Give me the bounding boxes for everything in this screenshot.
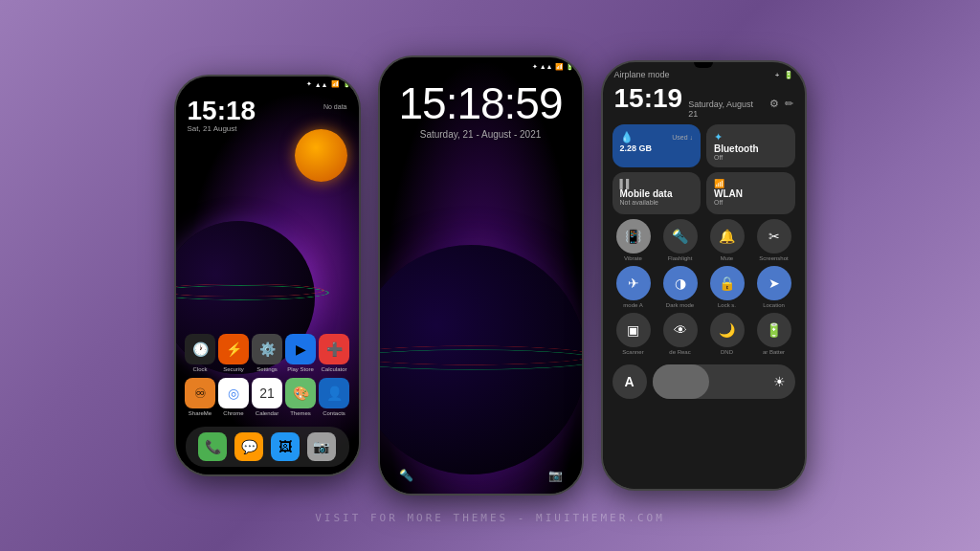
app-security[interactable]: ⚡ Security <box>217 334 251 372</box>
app-clock[interactable]: 🕐 Clock <box>184 334 217 372</box>
flashlight-btn[interactable]: 🔦 Flashlight <box>659 219 702 261</box>
screenshot-icon: ✂ <box>768 229 780 244</box>
status-bar-phone2: ✦ ▲▲ 📶 🔋 <box>532 63 574 71</box>
mobile-data-label: Mobile data <box>620 188 694 199</box>
dnd-label: DND <box>721 349 733 355</box>
scanner-icon: ▣ <box>627 322 639 338</box>
vibrate-btn[interactable]: 📳 Vibrate <box>612 219 655 261</box>
data-drop-icon: 💧 <box>620 131 634 143</box>
battery-icon-p3: 🔋 <box>784 71 793 79</box>
lock-label: Lock s. <box>718 302 736 308</box>
bluetooth-tile-icon: ✦ <box>714 131 723 143</box>
phone3-bottom-bar: A ☀ <box>603 360 805 404</box>
orange-orb <box>295 129 347 182</box>
bluetooth-tile[interactable]: ✦ Bluetooth Off <box>706 124 795 167</box>
controls-grid: 📳 Vibrate 🔦 Flashlight 🔔 Mute ✂ Screensh… <box>603 219 805 355</box>
battery-ctrl-icon: 🔋 <box>766 322 782 338</box>
wlan-tile-label: WLAN <box>714 188 788 199</box>
phone1-clock: 15:18 <box>188 98 256 124</box>
edit-icon-p3[interactable]: ✏ <box>785 98 793 110</box>
wifi-icon-p2: 📶 <box>555 63 564 71</box>
dnd-btn[interactable]: 🌙 DND <box>706 313 748 355</box>
readable-btn[interactable]: 👁 de Reac <box>659 313 702 355</box>
planet2-ring-red <box>380 345 582 364</box>
mobile-bars-icon: ▌▌ <box>620 179 633 188</box>
app-calculator[interactable]: ➕ Calculator <box>318 334 351 372</box>
notch-phone3 <box>694 62 713 68</box>
bluetooth-tile-sub: Off <box>714 154 788 161</box>
phone1-time-display: 15:18 Sat, 21 August <box>188 98 256 133</box>
wifi-icon: 📶 <box>331 80 340 88</box>
app-row-2: ♾ ShareMe ◎ Chrome 21 Calendar 🎨 Themes <box>184 378 351 416</box>
data-usage-tile[interactable]: 💧 Used ↓ 2.28 GB <box>612 124 702 167</box>
airplane-mode-label: Airplane mode <box>614 70 670 79</box>
app-grid: 🕐 Clock ⚡ Security ⚙️ Settings ▶ Play St… <box>184 334 351 422</box>
darkmode-btn[interactable]: ◑ Dark mode <box>659 266 702 308</box>
battery-btn[interactable]: 🔋 ar Batter <box>753 313 795 355</box>
wifi-tile-icon: 📶 <box>714 179 724 188</box>
home-screen: ✦ ▲▲ 📶 🔋 15:18 Sat, 21 August No data <box>176 77 359 474</box>
darkmode-icon: ◑ <box>675 276 686 291</box>
wlan-tile-sub: Off <box>714 199 788 206</box>
bluetooth-icon: ✦ <box>306 80 312 88</box>
app-calendar[interactable]: 21 Calendar <box>251 378 284 416</box>
screenshot-btn[interactable]: ✂ Screenshot <box>753 219 795 261</box>
battery-label: ar Batter <box>763 349 785 355</box>
brightness-slider[interactable]: ☀ <box>653 364 795 399</box>
location-label: Location <box>763 302 785 308</box>
lock-date: Saturday, 21 - August - 2021 <box>380 129 582 140</box>
plus-icon: + <box>775 71 780 79</box>
scanner-btn[interactable]: ▣ Scanner <box>612 313 655 355</box>
notch-phone2 <box>471 57 490 63</box>
app-contacts[interactable]: 👤 Contacts <box>318 378 351 416</box>
mute-label: Mute <box>721 255 733 261</box>
flashlight-icon[interactable]: 🔦 <box>399 469 413 482</box>
dock-gallery[interactable]: 🖼 <box>271 432 300 461</box>
app-chrome[interactable]: ◎ Chrome <box>217 378 251 416</box>
brightness-fill <box>653 364 710 399</box>
lock-screen: ✦ ▲▲ 📶 🔋 15:18:59 Saturday, 21 - August … <box>380 57 582 494</box>
phone-3-control: Airplane mode + 🔋 15:19 Saturday, August… <box>601 60 807 491</box>
app-shareme[interactable]: ♾ ShareMe <box>184 378 217 416</box>
alpha-label: A <box>624 374 634 389</box>
phone-1-home: ✦ ▲▲ 📶 🔋 15:18 Sat, 21 August No data <box>174 75 361 476</box>
lock-btn[interactable]: 🔒 Lock s. <box>706 266 748 308</box>
phone-2-lock: ✦ ▲▲ 📶 🔋 15:18:59 Saturday, 21 - August … <box>378 55 584 496</box>
dock-phone[interactable]: 📞 <box>198 432 227 461</box>
app-themes[interactable]: 🎨 Themes <box>284 378 318 416</box>
tiles-row-1: 💧 Used ↓ 2.28 GB ✦ Bluetooth Off <box>603 124 805 167</box>
control-date: Saturday, August 21 <box>688 99 763 119</box>
bluetooth-tile-label: Bluetooth <box>714 143 788 154</box>
dock-camera[interactable]: 📷 <box>307 432 336 461</box>
battery-icon: 🔋 <box>343 80 351 88</box>
control-clock: 15:19 <box>614 83 683 114</box>
wlan-tile[interactable]: 📶 WLAN Off <box>706 172 795 214</box>
control-center-screen: Airplane mode + 🔋 15:19 Saturday, August… <box>603 62 805 489</box>
signal-icon-p2: ▲▲ <box>540 63 553 71</box>
app-playstore[interactable]: ▶ Play Store <box>284 334 318 372</box>
lock-time-display: 15:18:59 Saturday, 21 - August - 2021 <box>380 81 582 140</box>
scanner-label: Scanner <box>622 349 643 355</box>
airplane-btn[interactable]: ✈ mode A <box>612 266 655 308</box>
flashlight-label: Flashlight <box>668 255 693 261</box>
mute-btn[interactable]: 🔔 Mute <box>706 219 748 261</box>
settings-icon-p3[interactable]: ⚙ <box>769 98 779 110</box>
readable-icon: 👁 <box>674 322 687 338</box>
data-used-value: 2.28 GB <box>620 143 694 153</box>
mobile-data-tile[interactable]: ▌▌ Mobile data Not available <box>612 172 702 214</box>
brightness-sun-icon: ☀ <box>773 374 786 389</box>
control-quick-icons: ⚙ ✏ <box>769 98 793 110</box>
airplane-icon: ✈ <box>628 276 639 291</box>
data-used-label: Used ↓ <box>672 134 693 141</box>
readable-label: de Reac <box>669 349 690 355</box>
status-icons-phone3: + 🔋 <box>775 71 793 79</box>
airplane-label: mode A <box>623 302 642 308</box>
no-data-label: No data <box>323 103 347 110</box>
mute-icon: 🔔 <box>719 229 735 244</box>
location-btn[interactable]: ➤ Location <box>753 266 795 308</box>
watermark-text: VISIT FOR MORE THEMES - MIUITHEMER.COM <box>315 512 665 524</box>
alpha-badge[interactable]: A <box>612 364 647 399</box>
camera-icon[interactable]: 📷 <box>548 469 563 482</box>
dock-messages[interactable]: 💬 <box>234 432 263 461</box>
app-settings[interactable]: ⚙️ Settings <box>251 334 284 372</box>
